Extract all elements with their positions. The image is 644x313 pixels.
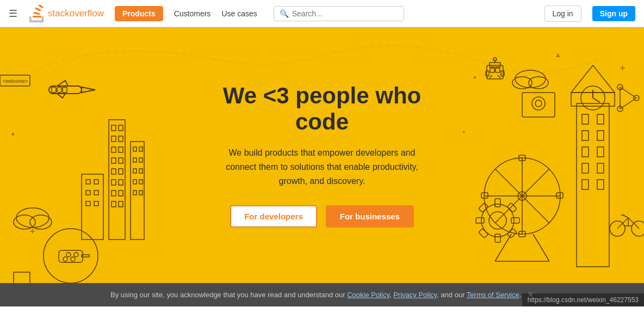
svg-text:<welcome>: <welcome> xyxy=(3,78,28,84)
svg-rect-13 xyxy=(119,147,123,152)
svg-rect-28 xyxy=(139,158,143,162)
svg-rect-73 xyxy=(597,131,604,140)
signup-button[interactable]: Sign up xyxy=(592,6,635,21)
svg-line-126 xyxy=(620,98,636,109)
svg-rect-18 xyxy=(112,180,116,185)
svg-rect-142 xyxy=(0,75,30,86)
svg-rect-65 xyxy=(14,272,30,283)
hero-subtitle: We build products that empower developer… xyxy=(213,146,431,188)
svg-line-103 xyxy=(498,75,500,78)
customers-link[interactable]: Customers xyxy=(174,9,211,18)
svg-point-106 xyxy=(515,70,546,88)
svg-point-60 xyxy=(14,215,35,229)
hero-content: We <3 people who code We build products … xyxy=(213,83,431,228)
svg-rect-12 xyxy=(112,147,116,152)
footer-bar: By using our site, you acknowledge that … xyxy=(0,283,644,306)
svg-rect-89 xyxy=(519,155,525,161)
svg-rect-17 xyxy=(119,169,123,174)
svg-point-135 xyxy=(631,221,644,236)
svg-point-61 xyxy=(30,215,52,229)
svg-rect-11 xyxy=(119,136,123,142)
svg-point-84 xyxy=(518,192,527,200)
svg-rect-41 xyxy=(94,201,98,206)
search-box: 🔍 xyxy=(274,6,404,21)
svg-rect-21 xyxy=(119,191,123,196)
svg-point-124 xyxy=(617,106,623,112)
svg-point-109 xyxy=(481,204,514,237)
navbar: ☰ stackoverflow Products Customers Use c… xyxy=(0,0,644,27)
hamburger-icon[interactable]: ☰ xyxy=(9,8,17,20)
svg-rect-23 xyxy=(119,201,123,207)
products-button[interactable]: Products xyxy=(115,6,163,21)
svg-text:*: * xyxy=(462,129,466,138)
svg-line-140 xyxy=(623,215,628,218)
logo-text: stackoverflow xyxy=(48,8,104,19)
svg-rect-112 xyxy=(495,234,500,242)
svg-marker-3 xyxy=(57,94,65,98)
svg-text:●: ● xyxy=(11,130,15,138)
svg-rect-72 xyxy=(582,131,589,140)
svg-marker-1 xyxy=(82,87,95,93)
hero-buttons: For developers For businesses xyxy=(213,205,431,228)
svg-point-110 xyxy=(489,212,506,229)
svg-rect-34 xyxy=(139,191,143,195)
svg-rect-7 xyxy=(109,120,125,240)
hero-section: + ▲ ● ● + * <welcome> We <3 people who c… xyxy=(0,27,644,283)
svg-rect-30 xyxy=(139,169,143,173)
search-input[interactable] xyxy=(292,9,398,18)
login-button[interactable]: Log in xyxy=(544,5,581,22)
svg-rect-9 xyxy=(119,125,123,131)
terms-of-service-link[interactable]: Terms of Service xyxy=(467,291,519,299)
svg-rect-78 xyxy=(582,180,589,189)
svg-marker-2 xyxy=(57,81,68,86)
for-businesses-button[interactable]: For businesses xyxy=(326,205,414,228)
svg-rect-27 xyxy=(133,158,137,162)
svg-point-52 xyxy=(44,229,98,283)
svg-point-57 xyxy=(63,257,67,261)
svg-line-88 xyxy=(495,169,549,223)
svg-line-87 xyxy=(495,169,549,223)
svg-rect-76 xyxy=(582,163,589,173)
svg-rect-16 xyxy=(112,169,116,174)
svg-text:●: ● xyxy=(473,74,476,80)
cookie-policy-link[interactable]: Cookie Policy xyxy=(347,291,389,299)
svg-rect-113 xyxy=(476,218,484,223)
svg-point-56 xyxy=(74,253,78,257)
for-developers-button[interactable]: For developers xyxy=(230,205,317,228)
svg-rect-91 xyxy=(481,193,488,198)
svg-rect-117 xyxy=(479,229,488,238)
csdn-url: https://blog.csdn.net/weixin_46227553 xyxy=(522,293,644,306)
svg-rect-114 xyxy=(511,218,519,223)
svg-rect-25 xyxy=(133,147,137,151)
logo[interactable]: stackoverflow xyxy=(28,5,104,22)
svg-rect-67 xyxy=(577,103,609,267)
svg-point-99 xyxy=(493,58,497,61)
svg-rect-15 xyxy=(119,158,123,163)
svg-rect-31 xyxy=(133,180,137,184)
svg-rect-58 xyxy=(82,255,89,257)
svg-text:+: + xyxy=(30,226,35,236)
svg-point-80 xyxy=(581,86,605,110)
svg-point-59 xyxy=(16,208,49,228)
svg-rect-79 xyxy=(597,180,604,189)
svg-rect-118 xyxy=(507,229,517,238)
svg-line-136 xyxy=(617,218,628,229)
svg-rect-96 xyxy=(487,65,503,79)
svg-point-120 xyxy=(532,97,545,110)
svg-rect-74 xyxy=(582,147,589,157)
svg-rect-5 xyxy=(57,87,61,93)
logo-icon xyxy=(28,5,46,22)
svg-rect-39 xyxy=(94,191,98,195)
svg-rect-32 xyxy=(139,180,143,184)
svg-rect-35 xyxy=(82,174,103,240)
svg-line-82 xyxy=(593,98,600,102)
svg-rect-100 xyxy=(490,68,494,72)
svg-point-108 xyxy=(529,77,548,89)
svg-rect-90 xyxy=(519,231,525,237)
footer-text: By using our site, you acknowledge that … xyxy=(0,283,644,306)
svg-rect-77 xyxy=(597,163,604,173)
svg-rect-0 xyxy=(49,86,82,94)
privacy-policy-link[interactable]: Privacy Policy xyxy=(393,291,437,299)
use-cases-link[interactable]: Use cases xyxy=(221,9,257,18)
svg-rect-38 xyxy=(86,191,90,195)
